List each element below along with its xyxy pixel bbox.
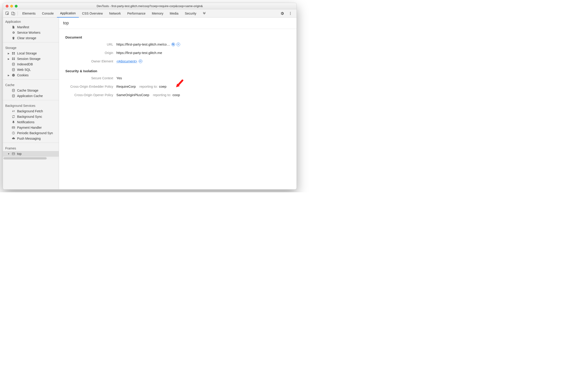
sidebar-horizontal-scrollbar[interactable]: [3, 156, 59, 160]
tab-network[interactable]: Network: [106, 9, 124, 18]
sidebar-item-label: Cookies: [17, 73, 29, 77]
sidebar-item-periodic-background-syn[interactable]: Periodic Background Syn: [3, 130, 59, 136]
zoom-window-button[interactable]: [15, 5, 18, 7]
sidebar-item-background-sync[interactable]: Background Sync: [3, 114, 59, 119]
tab-memory[interactable]: Memory: [149, 9, 167, 18]
sidebar-item-clear-storage[interactable]: Clear storage: [3, 35, 59, 41]
disclosure-triangle-icon[interactable]: ▼: [7, 153, 10, 155]
sidebar-item-local-storage[interactable]: ▶Local Storage: [3, 51, 59, 56]
sidebar-item-label: Clear storage: [17, 36, 36, 40]
reveal-elements-icon[interactable]: [139, 60, 142, 63]
sidebar-item-push-messaging[interactable]: Push Messaging: [3, 136, 59, 141]
grid-icon: [12, 57, 15, 60]
sidebar-group-application: Application: [3, 18, 59, 24]
sidebar-item-payment-handler[interactable]: Payment Handler: [3, 125, 59, 130]
sidebar-item-cache-storage[interactable]: Cache Storage: [3, 88, 59, 93]
minimize-window-button[interactable]: [10, 5, 13, 7]
sidebar-item-label: Push Messaging: [17, 137, 41, 140]
sidebar-item-label: IndexedDB: [17, 63, 33, 66]
sidebar-item-top[interactable]: ▼top: [3, 151, 59, 156]
tab-css-overview[interactable]: CSS Overview: [79, 9, 106, 18]
kebab-menu-icon[interactable]: [287, 10, 293, 16]
svg-rect-7: [14, 52, 15, 53]
sidebar-item-label: Local Storage: [17, 51, 37, 55]
svg-rect-10: [12, 58, 13, 59]
cookie-icon: [12, 74, 15, 77]
owner-element-label: Owner Element: [65, 60, 116, 63]
svg-point-14: [12, 63, 15, 64]
svg-rect-2: [13, 13, 15, 15]
coop-row: Cross-Origin Opener Policy SameOriginPlu…: [65, 93, 293, 97]
trash-icon: [12, 37, 15, 40]
sidebar-item-background-fetch[interactable]: Background Fetch: [3, 108, 59, 114]
sidebar-item-service-workers[interactable]: Service Workers: [3, 30, 59, 35]
device-toolbar-icon[interactable]: [10, 10, 16, 16]
svg-rect-24: [12, 153, 15, 155]
sidebar-item-application-cache[interactable]: Application Cache: [3, 93, 59, 99]
sidebar-item-label: Background Fetch: [17, 109, 43, 113]
sidebar-item-label: Session Storage: [17, 57, 41, 61]
panel-tabbar: ElementsConsoleApplicationCSS OverviewNe…: [3, 9, 296, 18]
svg-rect-25: [172, 43, 173, 45]
tab-elements[interactable]: Elements: [19, 9, 39, 18]
sidebar-item-session-storage[interactable]: ▶Session Storage: [3, 56, 59, 62]
window-titlebar: DevTools - first-party-test.glitch.me/co…: [3, 3, 296, 9]
window-title: DevTools - first-party-test.glitch.me/co…: [3, 4, 296, 8]
copy-url-icon[interactable]: [171, 43, 175, 46]
disclosure-triangle-icon[interactable]: ▶: [7, 58, 10, 60]
svg-point-17: [13, 74, 13, 75]
inspect-element-icon[interactable]: [4, 10, 10, 16]
tab-security[interactable]: Security: [182, 9, 199, 18]
coop-label: Cross-Origin Opener Policy: [65, 93, 116, 97]
sidebar-group-storage: Storage: [3, 44, 59, 51]
tab-application[interactable]: Application: [57, 9, 79, 18]
sync-icon: [12, 115, 15, 118]
db-icon: [12, 89, 15, 92]
close-window-button[interactable]: [6, 5, 8, 7]
coep-value: RequireCorp: [116, 85, 136, 88]
frame-details-body[interactable]: Document URL https://first-party-test.gl…: [59, 29, 296, 189]
devtools-window: DevTools - first-party-test.glitch.me/co…: [3, 3, 297, 190]
svg-rect-12: [12, 59, 13, 60]
sidebar-item-label: Background Sync: [17, 115, 42, 118]
tab-performance[interactable]: Performance: [124, 9, 149, 18]
divider: [3, 100, 59, 100]
coop-reporting-label: reporting to:: [153, 93, 171, 97]
url-row: URL https://first-party-test.glitch.me/c…: [65, 42, 293, 46]
coep-reporting-label: reporting to:: [139, 85, 158, 88]
svg-point-3: [290, 12, 291, 13]
swap-icon: [12, 109, 15, 113]
svg-rect-13: [14, 59, 15, 60]
svg-point-16: [12, 74, 15, 77]
sidebar-item-cookies[interactable]: ▶Cookies: [3, 72, 59, 78]
application-sidebar[interactable]: ApplicationManifestService WorkersClear …: [3, 18, 59, 189]
sidebar-item-manifest[interactable]: Manifest: [3, 24, 59, 30]
sidebar-item-label: Payment Handler: [17, 126, 42, 129]
settings-gear-icon[interactable]: [279, 10, 285, 16]
sidebar-item-notifications[interactable]: Notifications: [3, 119, 59, 125]
svg-point-5: [290, 14, 291, 15]
svg-point-4: [290, 13, 291, 14]
sidebar-item-web-sql[interactable]: Web SQL: [3, 67, 59, 72]
owner-element-link[interactable]: <#document>: [116, 59, 137, 63]
db-icon: [12, 94, 15, 98]
clock-icon: [12, 131, 15, 135]
secure-context-label: Secure Context: [65, 76, 116, 80]
divider: [18, 11, 18, 16]
card-icon: [12, 126, 15, 129]
gear-icon: [12, 31, 15, 34]
url-value: https://first-party-test.glitch.me/co…: [116, 42, 170, 46]
disclosure-triangle-icon[interactable]: ▶: [7, 52, 10, 55]
sidebar-item-indexeddb[interactable]: IndexedDB: [3, 62, 59, 67]
sidebar-item-label: Periodic Background Syn: [17, 131, 53, 135]
scrollbar-thumb[interactable]: [3, 157, 47, 159]
security-section-heading: Security & Isolation: [65, 69, 293, 73]
disclosure-triangle-icon[interactable]: ▶: [7, 74, 10, 77]
tab-media[interactable]: Media: [167, 9, 182, 18]
tab-console[interactable]: Console: [39, 9, 57, 18]
more-tabs-chevron-icon[interactable]: [201, 10, 207, 16]
reveal-network-icon[interactable]: [176, 43, 180, 46]
panel-tabs: ElementsConsoleApplicationCSS OverviewNe…: [19, 9, 199, 18]
origin-row: Origin https://first-party-test.glitch.m…: [65, 51, 293, 55]
owner-element-row: Owner Element <#document>: [65, 59, 293, 63]
